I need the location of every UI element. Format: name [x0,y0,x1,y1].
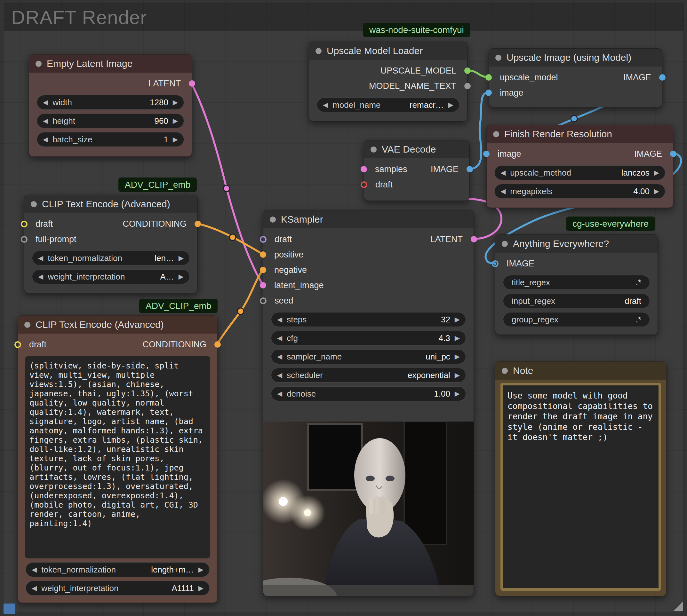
increment-arrow-icon[interactable]: ▶ [173,98,178,106]
decrement-arrow-icon[interactable]: ◀ [43,136,48,143]
decrement-arrow-icon[interactable]: ◀ [32,584,37,592]
collapse-dot[interactable] [316,48,322,54]
node-titlebar[interactable]: CLIP Text Encode (Advanced) [24,195,197,213]
widget-cfg[interactable]: ◀ cfg 4.3 ▶ [271,331,466,346]
conditioning-output-slot[interactable] [195,221,201,227]
collapse-dot[interactable] [36,61,42,67]
positive-input-slot[interactable] [260,251,266,258]
widget-group-regex[interactable]: group_regex .* [503,312,650,327]
collapse-dot[interactable] [24,322,30,328]
image-input-slot[interactable] [483,151,490,157]
increment-arrow-icon[interactable]: ▶ [455,371,460,379]
node-ksampler[interactable]: KSampler draft LATENT positive negative … [263,210,474,596]
increment-arrow-icon[interactable]: ▶ [455,353,460,360]
latent-image-input-slot[interactable] [260,282,266,288]
upscale-model-input-slot[interactable] [486,74,492,81]
decrement-arrow-icon[interactable]: ◀ [38,273,43,281]
reroute-dot-latent[interactable] [223,185,230,192]
node-note[interactable]: Note Use some model with good compositio… [495,361,667,596]
increment-arrow-icon[interactable]: ▶ [173,117,178,125]
increment-arrow-icon[interactable]: ▶ [654,188,659,195]
collapse-dot[interactable] [493,131,499,137]
image-output-slot[interactable] [467,166,473,172]
reroute-dot-negative[interactable] [237,308,244,314]
node-clip-text-encode-top[interactable]: CLIP Text Encode (Advanced) draft CONDIT… [24,195,198,293]
decrement-arrow-icon[interactable]: ◀ [323,101,328,109]
increment-arrow-icon[interactable]: ▶ [198,566,203,573]
decrement-arrow-icon[interactable]: ◀ [32,566,37,573]
widget-sampler-name[interactable]: ◀ sampler_name uni_pc ▶ [271,349,466,364]
node-upscale-model-loader[interactable]: Upscale Model Loader UPSCALE_MODEL MODEL… [309,42,468,122]
latent-output-slot[interactable] [189,80,195,87]
negative-prompt-textarea[interactable]: (splitview, side-by-side, split view, mu… [25,356,210,558]
draft-input-slot[interactable] [15,341,21,348]
node-titlebar[interactable]: Note [495,362,666,380]
upscale-model-output-slot[interactable] [464,67,471,74]
increment-arrow-icon[interactable]: ▶ [448,101,453,109]
image-output-slot[interactable] [659,74,666,81]
conditioning-output-slot[interactable] [214,341,221,348]
decrement-arrow-icon[interactable]: ◀ [43,98,48,106]
increment-arrow-icon[interactable]: ▶ [178,273,184,281]
widget-token-normalization[interactable]: ◀ token_normalization length+m… ▶ [26,562,210,577]
node-titlebar[interactable]: Empty Latent Image [29,55,192,73]
decrement-arrow-icon[interactable]: ◀ [277,390,282,398]
widget-denoise[interactable]: ◀ denoise 1.00 ▶ [271,387,466,401]
increment-arrow-icon[interactable]: ▶ [455,316,460,323]
decrement-arrow-icon[interactable]: ◀ [277,316,282,323]
node-titlebar[interactable]: Upscale Model Loader [309,42,467,60]
draft-input-slot[interactable] [361,181,367,188]
node-vae-decode[interactable]: VAE Decode samples IMAGE draft [364,140,470,201]
increment-arrow-icon[interactable]: ▶ [198,584,203,592]
node-titlebar[interactable]: VAE Decode [364,140,469,158]
widget-steps[interactable]: ◀ steps 32 ▶ [271,312,466,327]
widget-megapixels[interactable]: ◀ megapixels 4.00 ▶ [494,184,665,199]
increment-arrow-icon[interactable]: ▶ [173,136,178,143]
model-name-text-output-slot[interactable] [464,83,471,89]
widget-batch-size[interactable]: ◀ batch_size 1 ▶ [37,132,184,147]
samples-input-slot[interactable] [361,166,367,172]
collapse-dot[interactable] [370,147,377,153]
node-titlebar[interactable]: KSampler [263,211,474,228]
widget-scheduler[interactable]: ◀ scheduler exponential ▶ [271,368,466,382]
node-titlebar[interactable]: Anything Everywhere? [495,235,658,253]
collapse-dot[interactable] [31,201,37,207]
seed-input-slot[interactable] [260,298,266,304]
node-titlebar[interactable]: Upscale Image (using Model) [489,49,662,67]
node-titlebar[interactable]: CLIP Text Encode (Advanced) [18,316,217,334]
collapse-dot[interactable] [270,217,276,223]
image-output-slot[interactable] [670,151,677,157]
decrement-arrow-icon[interactable]: ◀ [500,169,506,177]
node-upscale-image[interactable]: Upscale Image (using Model) upscale_mode… [489,48,662,107]
node-anything-everywhere[interactable]: Anything Everywhere? IMAGE title_regex .… [495,235,658,335]
decrement-arrow-icon[interactable]: ◀ [277,371,282,379]
node-titlebar[interactable]: Finish Render Resolution [487,125,673,143]
reroute-dot-positive[interactable] [230,234,236,241]
widget-width[interactable]: ◀ width 1280 ▶ [37,95,184,110]
widget-title-regex[interactable]: title_regex .* [503,275,650,290]
full-prompt-input-slot[interactable] [21,236,27,243]
widget-weight-interpretation[interactable]: ◀ weight_interpretation A… ▶ [32,269,190,284]
reroute-dot-image[interactable] [571,115,577,122]
negative-input-slot[interactable] [260,267,266,273]
latent-output-slot[interactable] [471,236,477,242]
increment-arrow-icon[interactable]: ▶ [455,334,460,342]
decrement-arrow-icon[interactable]: ◀ [43,117,48,125]
increment-arrow-icon[interactable]: ▶ [455,390,460,398]
collapse-dot[interactable] [502,368,508,374]
widget-input-regex[interactable]: input_regex draft [503,293,650,308]
widget-height[interactable]: ◀ height 960 ▶ [37,113,184,128]
widget-token-normalization[interactable]: ◀ token_normalization len… ▶ [32,251,190,265]
decrement-arrow-icon[interactable]: ◀ [277,353,282,360]
image-input-slot[interactable] [486,90,492,96]
increment-arrow-icon[interactable]: ▶ [654,169,659,177]
draft-input-slot[interactable] [260,236,266,243]
widget-upscale-method[interactable]: ◀ upscale_method lanczos ▶ [494,166,665,180]
decrement-arrow-icon[interactable]: ◀ [38,254,43,262]
decrement-arrow-icon[interactable]: ◀ [277,334,282,342]
collapse-dot[interactable] [495,55,501,61]
draft-input-slot[interactable] [21,221,27,227]
note-text[interactable]: Use some model with good compositional c… [500,383,661,591]
node-clip-text-encode-bottom[interactable]: CLIP Text Encode (Advanced) draft CONDIT… [18,315,218,603]
widget-model-name[interactable]: ◀ model_name remacr… ▶ [317,97,459,112]
